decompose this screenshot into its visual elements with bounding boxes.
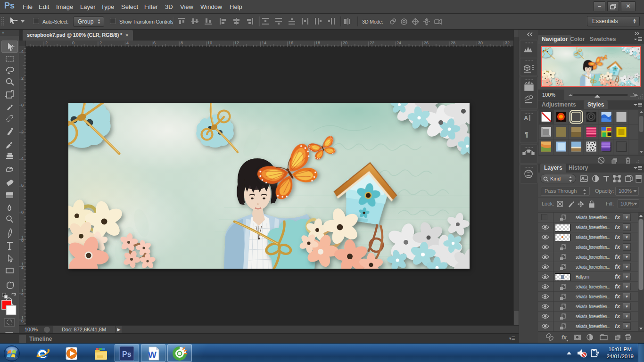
svg-text:Ps: Ps [122, 350, 132, 358]
svg-text:W: W [148, 350, 157, 360]
svg-text:¶: ¶ [525, 131, 528, 138]
svg-text:A: A [524, 115, 528, 122]
svg-text:fx: fx [561, 334, 567, 341]
